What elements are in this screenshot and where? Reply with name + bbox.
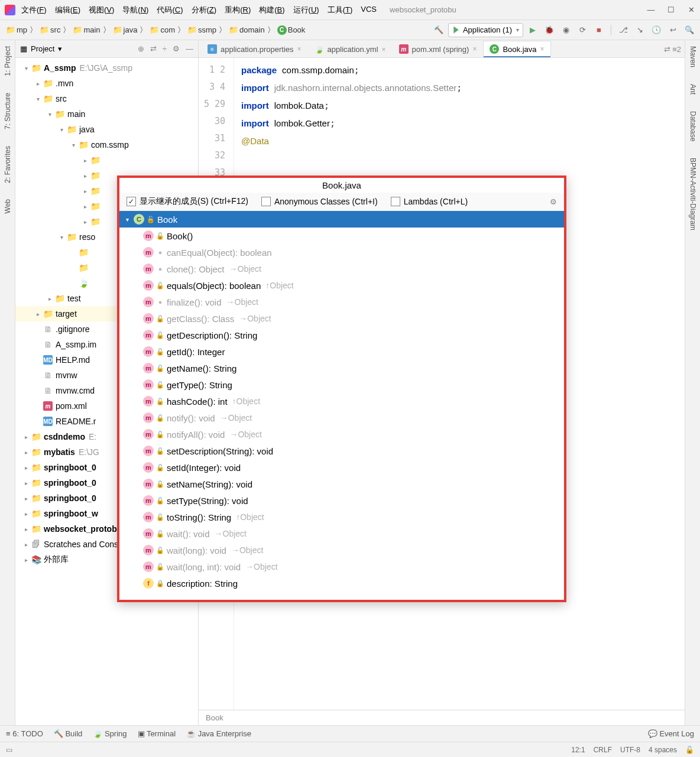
breadcrumb-item[interactable]: 📁 ssmp: [185, 24, 219, 35]
tool-tab[interactable]: Database: [688, 109, 698, 144]
structure-member-row[interactable]: m🔓getDescription(): String: [119, 327, 564, 343]
structure-member-row[interactable]: m🔓getType(): String: [119, 376, 564, 393]
profile-icon[interactable]: ⟳: [575, 23, 589, 37]
update-icon[interactable]: ↘: [633, 23, 647, 37]
tree-node[interactable]: ▾📁java: [15, 122, 198, 137]
history-icon[interactable]: 🕓: [649, 23, 663, 37]
collapse-icon[interactable]: ÷: [163, 44, 167, 53]
tree-node[interactable]: ▾📁src: [15, 91, 198, 106]
cursor-pos[interactable]: 12:1: [571, 746, 585, 754]
tab-overflow-icon[interactable]: ⇄ ≡2: [660, 41, 685, 57]
structure-member-row[interactable]: m🔓setType(String): void: [119, 492, 564, 509]
structure-member-row[interactable]: m🔓wait(): void→Object: [119, 525, 564, 542]
menu-item[interactable]: 视图(V): [85, 3, 118, 17]
close-tab-icon[interactable]: ×: [382, 46, 386, 54]
gear-icon[interactable]: ⚙: [173, 44, 180, 53]
breadcrumb-item[interactable]: 📁 src: [37, 24, 63, 35]
tree-node[interactable]: ▾📁A_ssmpE:\JG\A_ssmp: [15, 60, 198, 76]
run-config-combo[interactable]: Application (1): [448, 23, 523, 37]
menu-item[interactable]: 文件(F): [18, 3, 50, 17]
structure-member-row[interactable]: m🔓notify(): void→Object: [119, 410, 564, 426]
menu-item[interactable]: 代码(C): [153, 3, 186, 17]
menu-item[interactable]: 编辑(E): [51, 3, 84, 17]
tree-node[interactable]: ▾📁main: [15, 106, 198, 122]
breadcrumb-item[interactable]: 📁 com: [147, 24, 177, 35]
line-sep[interactable]: CRLF: [594, 746, 612, 754]
popup-checkbox[interactable]: Anonymous Classes (Ctrl+I): [261, 197, 378, 206]
hammer-icon[interactable]: 🔨: [432, 23, 446, 37]
close-button[interactable]: ✕: [687, 6, 695, 14]
debug-icon[interactable]: 🐞: [542, 23, 556, 37]
editor-tab[interactable]: 🍃application.yml×: [308, 41, 393, 57]
tool-tab[interactable]: 2: Favorites: [2, 144, 13, 186]
structure-member-row[interactable]: m🔓wait(long): void→Object: [119, 542, 564, 558]
stop-icon[interactable]: ■: [592, 23, 606, 37]
structure-member-row[interactable]: m🔓setName(String): void: [119, 476, 564, 492]
structure-member-row[interactable]: m🔓equals(Object): boolean↑Object: [119, 277, 564, 294]
structure-member-row[interactable]: m🔓setDescription(String): void: [119, 443, 564, 459]
tool-tab[interactable]: 1: Project: [2, 44, 13, 79]
close-tab-icon[interactable]: ×: [297, 45, 302, 53]
hide-icon[interactable]: —: [186, 44, 193, 53]
gear-icon[interactable]: ⚙: [550, 197, 557, 206]
encoding[interactable]: UTF-8: [620, 746, 640, 754]
breadcrumb-item[interactable]: 📁 domain: [226, 24, 267, 35]
breadcrumb[interactable]: 📁 mp〉📁 src〉📁 main〉📁 java〉📁 com〉📁 ssmp〉📁 …: [4, 24, 307, 36]
structure-member-row[interactable]: m🔓getName(): String: [119, 360, 564, 376]
tool-tab[interactable]: Maven: [688, 44, 698, 70]
close-tab-icon[interactable]: ×: [472, 45, 477, 53]
coverage-icon[interactable]: ◉: [559, 23, 573, 37]
run-icon[interactable]: ▶: [526, 23, 540, 37]
git-icon[interactable]: ⎇: [616, 23, 630, 37]
structure-list[interactable]: ▾C🔓Bookm🔓Book()m●canEqual(Object): boole…: [119, 211, 564, 600]
tool-tab[interactable]: 7: Structure: [2, 90, 13, 132]
structure-member-row[interactable]: m●clone(): Object→Object: [119, 261, 564, 277]
tool-tab[interactable]: Ant: [688, 82, 698, 97]
breadcrumb-item[interactable]: 📁 java: [111, 24, 140, 35]
popup-checkbox[interactable]: Lambdas (Ctrl+L): [391, 197, 468, 206]
editor-tab[interactable]: ≡application.properties×: [201, 41, 308, 57]
terminal-tab[interactable]: ▣ Terminal: [138, 729, 176, 738]
structure-member-row[interactable]: m🔓setId(Integer): void: [119, 459, 564, 476]
structure-member-row[interactable]: m🔓wait(long, int): void→Object: [119, 558, 564, 575]
jee-tab[interactable]: ☕ Java Enterprise: [186, 729, 251, 738]
tree-node[interactable]: ▸📁: [15, 152, 198, 168]
structure-member-row[interactable]: m●finalize(): void→Object: [119, 294, 564, 310]
revert-icon[interactable]: ↩: [666, 23, 680, 37]
editor-tab[interactable]: mpom.xml (spring)×: [393, 41, 484, 57]
editor-tab[interactable]: CBook.java×: [483, 41, 550, 57]
menu-item[interactable]: VCS: [357, 3, 380, 17]
spring-tab[interactable]: 🍃 Spring: [93, 729, 127, 738]
structure-member-row[interactable]: m🔓getClass(): Class→Object: [119, 310, 564, 327]
structure-member-row[interactable]: f🔒description: String: [119, 575, 564, 592]
structure-member-row[interactable]: m🔓getId(): Integer: [119, 343, 564, 360]
structure-member-row[interactable]: m🔓Book(): [119, 228, 564, 244]
breadcrumb-item[interactable]: 📁 main: [70, 24, 102, 35]
build-tab[interactable]: 🔨 Build: [54, 729, 83, 738]
menu-item[interactable]: 导航(N): [119, 3, 152, 17]
structure-member-row[interactable]: m●canEqual(Object): boolean: [119, 244, 564, 261]
structure-member-row[interactable]: m🔓toString(): String↑Object: [119, 509, 564, 525]
tool-tab[interactable]: Web: [2, 197, 13, 216]
maximize-button[interactable]: ☐: [667, 6, 675, 14]
menu-item[interactable]: 工具(T): [324, 3, 357, 17]
breadcrumb-item[interactable]: C Book: [275, 24, 308, 36]
status-icon[interactable]: ▭: [6, 746, 12, 754]
tree-node[interactable]: ▾📁com.ssmp: [15, 137, 198, 152]
menu-item[interactable]: 分析(Z): [188, 3, 221, 17]
expand-icon[interactable]: ⇄: [150, 44, 157, 53]
lock-icon[interactable]: 🔓: [685, 746, 694, 754]
menu-item[interactable]: 运行(U): [290, 3, 323, 17]
structure-member-row[interactable]: m🔓notifyAll(): void→Object: [119, 426, 564, 443]
todo-tab[interactable]: ≡ 6: TODO: [6, 729, 43, 738]
tree-node[interactable]: ▸📁.mvn: [15, 76, 198, 91]
structure-member-row[interactable]: m🔓hashCode(): int↑Object: [119, 393, 564, 410]
breadcrumb-item[interactable]: 📁 mp: [4, 24, 30, 35]
tool-tab[interactable]: BPMN-Activiti-Diagram: [688, 155, 698, 233]
select-opened-icon[interactable]: ⊕: [138, 44, 144, 53]
menu-item[interactable]: 重构(R): [221, 3, 254, 17]
search-icon[interactable]: 🔍: [682, 23, 696, 37]
editor-breadcrumb[interactable]: Book: [199, 710, 685, 725]
indent[interactable]: 4 spaces: [649, 746, 677, 754]
popup-checkbox[interactable]: ✓显示继承的成员(S) (Ctrl+F12): [127, 196, 248, 207]
